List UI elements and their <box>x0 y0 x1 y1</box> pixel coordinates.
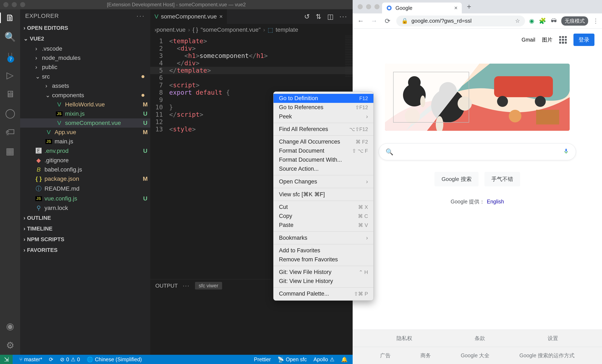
menu-bookmarks[interactable]: Bookmarks <box>273 233 373 242</box>
folder-src[interactable]: ⌄src <box>20 72 150 81</box>
back-button[interactable]: ← <box>356 17 365 25</box>
menu-open-changes[interactable]: Open Changes <box>273 177 373 186</box>
menu-source-action[interactable]: Source Action... <box>273 164 373 173</box>
prettier-status[interactable]: Prettier <box>254 356 271 363</box>
about-link[interactable]: Google 大全 <box>461 352 490 359</box>
images-link[interactable]: 图片 <box>542 36 552 43</box>
folder-vscode[interactable]: ›.vscode <box>20 44 150 53</box>
folder-node-modules[interactable]: ›node_modules <box>20 53 150 63</box>
editor-tab[interactable]: V someComponent.vue × <box>150 9 227 24</box>
lucky-button[interactable]: 手气不错 <box>484 172 520 186</box>
remote-explorer-icon[interactable]: 🖥 <box>5 89 15 99</box>
history-icon[interactable]: ↺ <box>304 13 310 21</box>
menu-format-document-with[interactable]: Format Document With... <box>273 155 373 164</box>
breadcrumb[interactable]: ›ponent.vue› { } "someComponent.vue"› ⬚ … <box>150 24 353 36</box>
project-section[interactable]: ⌄VUE2 <box>20 33 150 44</box>
menu-git-line-history[interactable]: Git: View Line History <box>273 277 373 286</box>
signin-button[interactable]: 登录 <box>573 33 594 46</box>
problems-indicator[interactable]: ⊘0 ⚠0 <box>60 356 80 363</box>
menu-go-to-definition[interactable]: Go to DefinitionF12 <box>273 94 373 103</box>
bookmark-star-icon[interactable]: ☆ <box>515 18 520 24</box>
menu-go-to-references[interactable]: Go to References⇧F12 <box>273 103 373 112</box>
file-app[interactable]: VApp.vueM <box>20 128 150 137</box>
settings-gear-icon[interactable]: ⚙ <box>6 340 14 351</box>
split-editor-icon[interactable]: ◫ <box>327 13 333 21</box>
output-tab[interactable]: OUTPUT <box>155 283 178 289</box>
extensions-puzzle-icon[interactable]: 🧩 <box>539 17 546 24</box>
apollo-status[interactable]: Apollo ⚠ <box>314 356 334 363</box>
notifications-icon[interactable]: 🔔 <box>341 356 348 363</box>
compare-icon[interactable]: ⇅ <box>316 13 321 21</box>
minimap[interactable] <box>345 36 353 78</box>
git-branch[interactable]: ⑂master* <box>19 356 42 363</box>
menu-command-palette[interactable]: Command Palette...⇧⌘ P <box>273 289 373 298</box>
edge-icon[interactable]: ◯ <box>5 108 15 118</box>
folder-assets[interactable]: ›assets <box>20 81 150 90</box>
close-icon[interactable]: × <box>219 13 223 20</box>
google-search-button[interactable]: Google 搜索 <box>434 172 478 186</box>
english-link[interactable]: English <box>487 199 504 204</box>
sync-icon[interactable]: ⟳ <box>49 356 53 363</box>
language-indicator[interactable]: 🌐Chinese (Simplified) <box>87 356 142 363</box>
more-icon[interactable]: ··· <box>183 283 190 289</box>
mac-traffic-lights[interactable] <box>358 4 379 9</box>
menu-cut[interactable]: Cut⌘ X <box>273 203 373 212</box>
file-package[interactable]: { }package.jsonM <box>20 174 150 183</box>
open-sfc-status[interactable]: 📡Open sfc <box>278 356 307 363</box>
file-vueconfig[interactable]: JSvue.config.jsU <box>20 194 150 203</box>
file-babel[interactable]: Bbabel.config.js <box>20 165 150 174</box>
forward-button[interactable]: → <box>369 17 379 25</box>
file-somecomponent[interactable]: VsomeComponent.vueU <box>20 118 150 128</box>
favorites-section[interactable]: ›FAVORITES <box>20 245 150 256</box>
search-box[interactable]: 🔍 <box>379 143 576 160</box>
search-input[interactable] <box>398 149 559 155</box>
extensions-icon[interactable]: ▦ <box>6 146 14 156</box>
settings-link[interactable]: 设置 <box>548 335 558 342</box>
file-envprod[interactable]: 🅴.env.prodU <box>20 146 150 156</box>
file-helloworld[interactable]: VHelloWorld.vueM <box>20 100 150 109</box>
file-gitignore[interactable]: ◆.gitignore <box>20 156 150 165</box>
close-icon[interactable]: × <box>454 5 458 11</box>
menu-view-sfc[interactable]: View sfc [⌘K ⌘F] <box>273 190 373 199</box>
apps-grid-icon[interactable] <box>559 36 567 44</box>
voice-search-icon[interactable] <box>563 148 569 156</box>
more-icon[interactable]: ··· <box>339 13 348 21</box>
menu-format-document[interactable]: Format Document⇧ ⌥ F <box>273 146 373 155</box>
npm-scripts-section[interactable]: ›NPM SCRIPTS <box>20 234 150 245</box>
remote-indicator[interactable]: ⇲ <box>0 355 13 364</box>
folder-components[interactable]: ⌄components <box>20 90 150 100</box>
menu-peek[interactable]: Peek <box>273 112 373 121</box>
folder-public[interactable]: ›public <box>20 63 150 72</box>
privacy-link[interactable]: 隐私权 <box>397 335 412 342</box>
google-doodle[interactable]: ↗ <box>385 64 570 131</box>
file-yarn[interactable]: ⚲yarn.lock <box>20 203 150 213</box>
timeline-section[interactable]: ›TIMELINE <box>20 223 150 234</box>
menu-copy[interactable]: Copy⌘ C <box>273 212 373 221</box>
search-icon[interactable]: 🔍 <box>4 32 16 43</box>
menu-change-all-occurrences[interactable]: Change All Occurrences⌘ F2 <box>273 137 373 146</box>
menu-find-all-references[interactable]: Find All References⌥⇧F12 <box>273 125 373 134</box>
how-search-works-link[interactable]: Google 搜索的运作方式 <box>519 352 574 359</box>
explorer-icon[interactable]: 🗎 <box>5 13 15 23</box>
new-tab-button[interactable]: + <box>462 2 476 11</box>
more-icon[interactable]: ··· <box>137 13 145 19</box>
file-mixin[interactable]: JSmixin.jsU <box>20 109 150 118</box>
mac-traffic-lights[interactable] <box>3 2 25 7</box>
output-channel-dropdown[interactable]: sfc viwer <box>195 282 222 289</box>
accounts-icon[interactable]: ◉ <box>6 321 14 332</box>
extension-icon[interactable]: ◉ <box>529 17 534 24</box>
ads-link[interactable]: 广告 <box>380 352 391 359</box>
file-main[interactable]: JSmain.js <box>20 137 150 146</box>
menu-paste[interactable]: Paste⌘ V <box>273 221 373 230</box>
source-control-icon[interactable]: ⑂7 <box>7 51 13 61</box>
menu-remove-favorites[interactable]: Remove from Favorites <box>273 255 373 264</box>
menu-add-favorites[interactable]: Add to Favorites <box>273 246 373 255</box>
gmail-link[interactable]: Gmail <box>522 37 535 43</box>
menu-git-file-history[interactable]: Git: View File History⌃ H <box>273 268 373 277</box>
file-readme[interactable]: ⓘREADME.md <box>20 183 150 194</box>
terms-link[interactable]: 条款 <box>475 335 485 342</box>
reload-button[interactable]: ⟳ <box>383 17 392 25</box>
address-bar[interactable]: 🔒 google.com/?gws_rd=ssl ☆ <box>396 16 525 26</box>
browser-tab[interactable]: Google × <box>382 2 462 13</box>
outline-section[interactable]: ›OUTLINE <box>20 213 150 223</box>
